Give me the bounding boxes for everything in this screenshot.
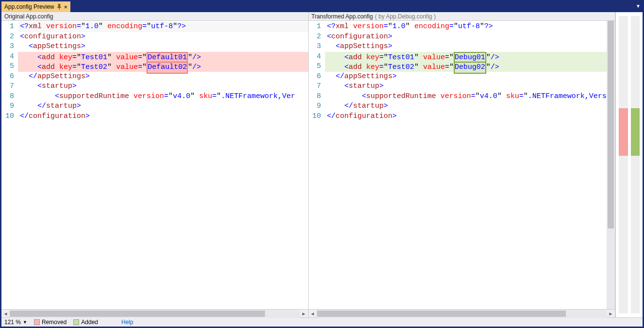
pin-icon[interactable] — [57, 4, 61, 10]
tab-appconfig-preview[interactable]: App.config Preview ✕ — [1, 1, 70, 12]
code-line[interactable]: <supportedRuntime version="v4.0" sku=".N… — [325, 92, 615, 102]
code-line[interactable]: <appSettings> — [18, 42, 308, 52]
overview-removed-marker[interactable] — [619, 108, 628, 156]
code-transformed[interactable]: <?xml version="1.0" encoding="utf-8"?><c… — [325, 21, 615, 309]
hscroll-transformed[interactable]: ◄ ► — [309, 309, 615, 317]
pane-header-original: Original App.config — [1, 12, 308, 21]
code-line[interactable]: </appSettings> — [325, 72, 615, 82]
chevron-down-icon[interactable]: ▼ — [23, 320, 27, 325]
tab-dropdown-icon[interactable]: ▼ — [636, 3, 641, 9]
overview-added-marker[interactable] — [631, 108, 640, 156]
overview-right[interactable] — [631, 16, 640, 313]
code-line[interactable]: <add key="Test02" value="Debug02"/> — [325, 62, 615, 72]
gutter-transformed: 12345678910 — [309, 21, 325, 309]
zoom-control[interactable]: 121 % ▼ — [4, 319, 27, 326]
code-line[interactable]: <?xml version="1.0" encoding="utf-8"?> — [325, 22, 615, 32]
zoom-value: 121 % — [4, 319, 21, 326]
status-bar: 121 % ▼ Removed Added Help — [1, 317, 643, 327]
code-line[interactable]: <configuration> — [18, 32, 308, 42]
tab-strip: App.config Preview ✕ ▼ — [1, 1, 643, 12]
code-line[interactable]: <startup> — [325, 82, 615, 92]
pane-original: Original App.config 12345678910 <?xml ve… — [1, 12, 309, 317]
code-original[interactable]: <?xml version="1.0" encoding="utf-8"?><c… — [18, 21, 308, 309]
overview-left[interactable] — [619, 16, 628, 313]
code-line[interactable]: <startup> — [18, 82, 308, 92]
removed-swatch-icon — [34, 319, 40, 325]
legend-removed: Removed — [34, 319, 66, 326]
scroll-right-icon[interactable]: ► — [300, 310, 308, 318]
code-line[interactable]: </configuration> — [18, 112, 308, 122]
pane-header-transformed: Transformed App.config ( by App.Debug.co… — [309, 12, 615, 21]
tab-title: App.config Preview — [4, 3, 54, 10]
legend-added-label: Added — [81, 319, 98, 326]
pane-header-title: Original App.config — [4, 13, 53, 20]
code-line[interactable]: <add key="Test01" value="Debug01"/> — [325, 52, 615, 62]
pane-transformed: Transformed App.config ( by App.Debug.co… — [309, 12, 616, 317]
legend-removed-label: Removed — [42, 319, 66, 326]
scroll-right-icon[interactable]: ► — [607, 310, 615, 318]
code-line[interactable]: </appSettings> — [18, 72, 308, 82]
pane-header-title: Transformed App.config — [312, 13, 373, 20]
diff-overview[interactable] — [615, 12, 643, 317]
hscroll-original[interactable]: ◄ ► — [1, 309, 308, 317]
code-line[interactable]: </startup> — [18, 101, 308, 112]
gutter-original: 12345678910 — [1, 21, 18, 309]
vscroll-transformed[interactable] — [607, 21, 615, 309]
code-line[interactable]: <?xml version="1.0" encoding="utf-8"?> — [18, 22, 308, 32]
code-line[interactable]: </configuration> — [325, 112, 615, 122]
code-line[interactable]: <appSettings> — [325, 42, 615, 52]
code-line[interactable]: <add key="Test02" value="Default02"/> — [18, 62, 308, 72]
pane-header-subtitle: ( by App.Debug.config ) — [375, 13, 435, 20]
code-line[interactable]: <supportedRuntime version="v4.0" sku=".N… — [18, 92, 308, 102]
code-line[interactable]: <add key="Test01" value="Default01"/> — [18, 52, 308, 62]
added-swatch-icon — [73, 319, 79, 325]
code-line[interactable]: <configuration> — [325, 32, 615, 42]
help-link[interactable]: Help — [121, 319, 133, 326]
editor-original[interactable]: 12345678910 <?xml version="1.0" encoding… — [1, 21, 308, 309]
scroll-left-icon[interactable]: ◄ — [1, 310, 10, 318]
editor-transformed[interactable]: 12345678910 <?xml version="1.0" encoding… — [309, 21, 615, 309]
code-line[interactable]: </startup> — [325, 101, 615, 112]
legend-added: Added — [73, 319, 98, 326]
scroll-left-icon[interactable]: ◄ — [309, 310, 317, 318]
close-icon[interactable]: ✕ — [64, 3, 67, 10]
